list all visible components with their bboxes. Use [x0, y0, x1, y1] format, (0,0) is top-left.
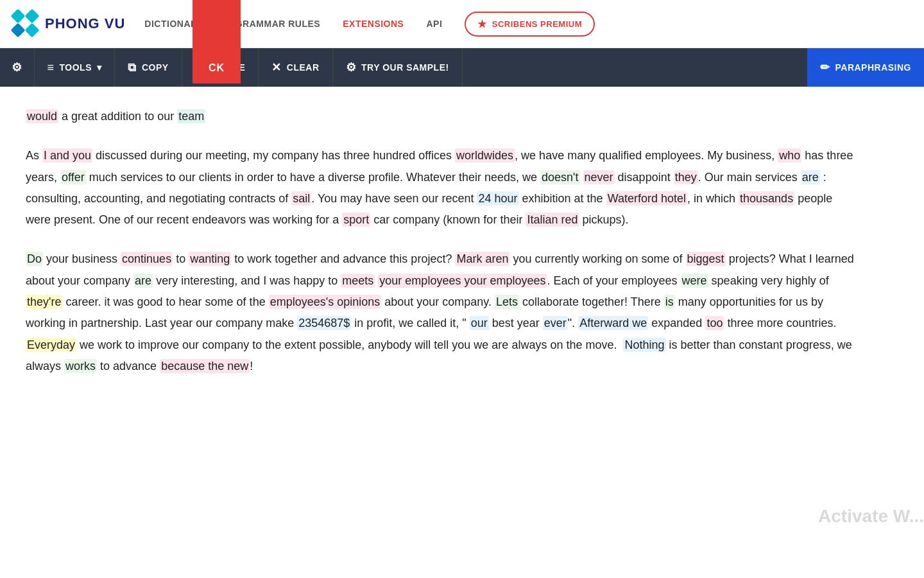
nav-grammar-rules[interactable]: GRAMMAR RULES [235, 19, 321, 29]
highlight-who[interactable]: who [778, 148, 801, 162]
red-dropdown-label: CK [209, 62, 225, 74]
highlight-continues[interactable]: continues [121, 252, 173, 266]
diamond-3 [11, 22, 26, 37]
highlight-24hour[interactable]: 24 hour [477, 191, 518, 206]
highlight-i-and-you[interactable]: I and you [42, 148, 92, 162]
highlight-would[interactable]: would [26, 109, 58, 123]
highlight-are-2[interactable]: are [133, 274, 153, 288]
paragraph-1: As I and you discussed during our meetin… [26, 145, 860, 231]
red-dropdown[interactable]: CK [193, 0, 241, 83]
highlight-they[interactable]: they [674, 170, 698, 184]
header: CK PHONG VU DICTIONARIES GRAMMAR RULES E… [0, 0, 924, 48]
tools-label: TOOLS [60, 62, 92, 73]
clear-button[interactable]: ✕ CLEAR [259, 48, 332, 87]
highlight-wanting[interactable]: wanting [189, 252, 231, 266]
nav-extensions[interactable]: EXTENSIONS [343, 19, 404, 29]
tools-chevron-icon: ▾ [97, 62, 102, 73]
nav-api[interactable]: API [426, 19, 442, 29]
clear-label: CLEAR [287, 62, 320, 73]
highlight-sport[interactable]: sport [342, 213, 370, 227]
activate-watermark: Activate W... [818, 506, 924, 527]
paragraph-intro: would a great addition to our team [26, 106, 860, 127]
highlight-team[interactable]: team [177, 109, 205, 123]
copy-icon: ⧉ [128, 61, 137, 74]
paraphrase-icon: ✏ [820, 60, 830, 74]
clear-icon: ✕ [271, 60, 282, 74]
highlight-italian-red[interactable]: Italian red [526, 213, 579, 227]
highlight-worldwides[interactable]: worldwides [455, 148, 515, 162]
highlight-meets[interactable]: meets [341, 274, 375, 288]
highlight-is[interactable]: is [664, 295, 675, 309]
highlight-do[interactable]: Do [26, 252, 43, 266]
highlight-nothing[interactable]: Nothing [623, 338, 665, 352]
phongvu-logo-icon [13, 11, 38, 37]
copy-label: COPY [142, 62, 169, 73]
star-icon: ★ [477, 18, 487, 30]
highlight-afterward[interactable]: Afterward we [578, 316, 648, 330]
highlight-offer[interactable]: offer [60, 170, 86, 184]
highlight-works[interactable]: works [64, 359, 97, 373]
logo-area: PHONG VU [13, 11, 125, 37]
content-area: would a great addition to our team As I … [0, 87, 886, 414]
premium-button[interactable]: ★ SCRIBENS PREMIUM [465, 12, 595, 37]
sample-label: TRY OUR SAMPLE! [361, 62, 449, 73]
menu-icon: ≡ [47, 61, 55, 74]
paraphrasing-button[interactable]: ✏ PARAPHRASING [807, 48, 924, 87]
highlight-lets[interactable]: Lets [495, 295, 519, 309]
highlight-are-1[interactable]: are [801, 170, 820, 184]
settings-button[interactable]: ⚙ [0, 48, 35, 87]
highlight-never[interactable]: never [583, 170, 615, 184]
highlight-your-employees[interactable]: your employees your employees [378, 274, 547, 288]
toolbar: ⚙ ≡ TOOLS ▾ ⧉ COPY 📋 PASTE ✕ CLEAR ⚙ TRY… [0, 48, 924, 87]
logo-text: PHONG VU [45, 15, 125, 32]
diamond-4 [24, 22, 39, 37]
highlight-theyre[interactable]: they're [26, 295, 62, 309]
main-nav: DICTIONARIES GRAMMAR RULES EXTENSIONS AP… [144, 12, 911, 37]
highlight-because-new[interactable]: because the new [160, 359, 250, 373]
highlight-amount[interactable]: 2354687$ [297, 316, 351, 330]
copy-button[interactable]: ⧉ COPY [115, 48, 182, 87]
premium-label: SCRIBENS PREMIUM [492, 19, 582, 29]
sample-icon: ⚙ [346, 60, 357, 74]
paraphrase-label: PARAPHRASING [835, 62, 911, 73]
diamond-2 [24, 9, 39, 24]
highlight-waterford[interactable]: Waterford hotel [606, 191, 687, 206]
sample-button[interactable]: ⚙ TRY OUR SAMPLE! [333, 48, 463, 87]
highlight-employeess[interactable]: employees's opinions [269, 295, 382, 309]
highlight-ever[interactable]: ever [543, 316, 568, 330]
highlight-were[interactable]: were [681, 274, 708, 288]
highlight-our[interactable]: our [470, 316, 489, 330]
highlight-everyday[interactable]: Everyday [26, 338, 76, 352]
tools-button[interactable]: ≡ TOOLS ▾ [35, 48, 116, 87]
highlight-thousands[interactable]: thousands [739, 191, 794, 206]
highlight-sail[interactable]: sail [291, 191, 311, 206]
highlight-too[interactable]: too [705, 316, 724, 330]
highlight-doesnt[interactable]: doesn't [540, 170, 579, 184]
settings-icon: ⚙ [12, 60, 22, 74]
highlight-mark-aren[interactable]: Mark aren [455, 252, 509, 266]
intro-text-1: would a great addition to our team [26, 109, 205, 123]
paragraph-2: Do your business continues to wanting to… [26, 249, 860, 377]
diamond-1 [11, 9, 26, 24]
highlight-biggest[interactable]: biggest [686, 252, 726, 266]
